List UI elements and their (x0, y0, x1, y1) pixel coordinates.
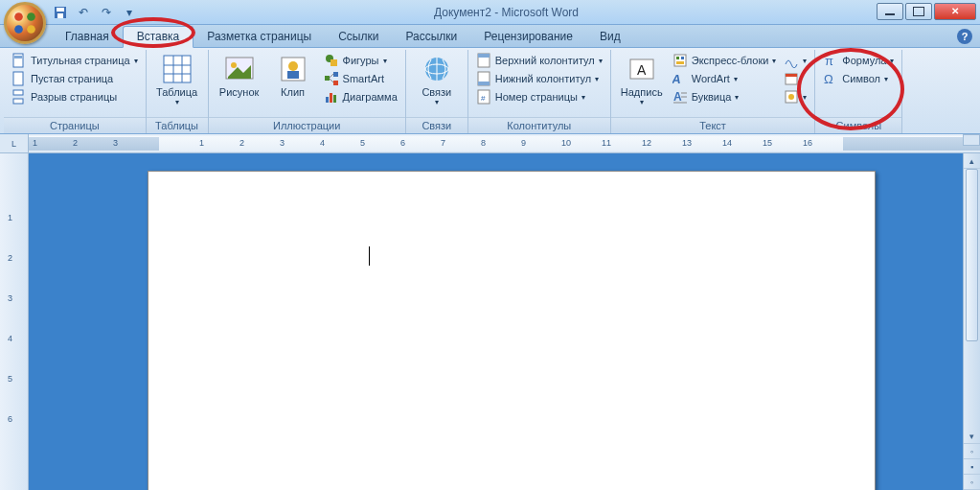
svg-rect-31 (333, 95, 336, 103)
svg-rect-44 (676, 57, 679, 59)
document-page[interactable] (148, 171, 876, 490)
undo-icon[interactable]: ↶ (75, 4, 92, 21)
symbol-button[interactable]: ΩСимвол (821, 70, 896, 87)
svg-point-18 (231, 62, 237, 68)
page-number-icon: # (476, 89, 491, 105)
redo-icon[interactable]: ↷ (98, 4, 115, 21)
blank-page-icon (11, 71, 27, 86)
chart-label: Диаграмма (343, 91, 398, 103)
quick-parts-button[interactable]: Экспресс-блоки (671, 52, 779, 69)
scroll-track[interactable] (964, 169, 980, 429)
svg-rect-11 (13, 99, 23, 104)
tab-references[interactable]: Ссылки (325, 27, 392, 47)
textbox-icon: A (627, 54, 657, 84)
group-tables: Таблица Таблицы (147, 50, 209, 133)
svg-rect-26 (333, 81, 338, 85)
svg-rect-43 (674, 55, 686, 66)
table-button[interactable]: Таблица (152, 52, 202, 117)
view-ruler-toggle[interactable] (963, 134, 980, 146)
group-hf-label: Колонтитулы (468, 117, 610, 133)
clipart-button[interactable]: Клип (268, 52, 318, 117)
group-illustrations-label: Иллюстрации (209, 117, 405, 133)
group-pages: Титульная страница Пустая страница Разры… (4, 50, 147, 133)
group-links-label: Связи (406, 117, 467, 133)
svg-rect-36 (478, 54, 490, 58)
browse-object-button[interactable]: ▪ (964, 459, 980, 475)
page-number-label: Номер страницы (495, 91, 578, 103)
object-button[interactable] (782, 88, 809, 105)
tab-insert[interactable]: Вставка (123, 26, 194, 48)
picture-button[interactable]: Рисунок (215, 52, 264, 117)
table-icon (162, 54, 193, 84)
tab-view[interactable]: Вид (586, 27, 634, 47)
cover-page-label: Титульная страница (31, 55, 130, 66)
maximize-button[interactable] (905, 3, 932, 20)
tab-mailings[interactable]: Рассылки (392, 27, 470, 47)
quick-parts-label: Экспресс-блоки (692, 55, 769, 66)
wordart-button[interactable]: AWordArt (671, 70, 779, 87)
quick-parts-icon (672, 53, 688, 68)
tab-home[interactable]: Главная (52, 27, 123, 47)
smartart-button[interactable]: SmartArt (322, 70, 399, 87)
page-break-icon (11, 89, 27, 105)
svg-text:A: A (673, 90, 682, 104)
svg-point-2 (14, 25, 23, 34)
help-icon[interactable]: ? (957, 29, 972, 44)
object-icon (784, 89, 799, 105)
ribbon: Титульная страница Пустая страница Разры… (0, 48, 980, 134)
dropcap-icon: A (672, 89, 688, 105)
prev-page-button[interactable]: ◦ (964, 444, 980, 459)
signature-icon (784, 53, 799, 68)
svg-text:A: A (637, 62, 647, 78)
minimize-button[interactable] (877, 3, 903, 20)
clipart-label: Клип (281, 86, 305, 98)
svg-rect-46 (676, 61, 684, 64)
svg-rect-45 (681, 57, 684, 59)
scroll-down-button[interactable]: ▾ (964, 429, 980, 444)
scroll-thumb[interactable] (966, 169, 978, 341)
svg-rect-30 (330, 93, 332, 103)
svg-rect-25 (333, 72, 338, 77)
footer-icon (476, 71, 491, 86)
close-button[interactable] (934, 3, 976, 20)
omega-icon: Ω (823, 71, 838, 86)
header-button[interactable]: Верхний колонтитул (474, 52, 604, 69)
svg-rect-53 (786, 74, 797, 77)
equation-button[interactable]: πФормула (821, 52, 896, 69)
datetime-button[interactable] (782, 70, 809, 87)
dropcap-button[interactable]: AБуквица (671, 88, 779, 105)
qat-customize-icon[interactable]: ▾ (121, 4, 138, 21)
page-viewport[interactable] (29, 153, 963, 490)
save-icon[interactable] (52, 4, 69, 21)
tab-selector[interactable]: L (0, 134, 29, 152)
quick-access-toolbar: ↶ ↷ ▾ (52, 4, 138, 21)
chart-button[interactable]: Диаграмма (322, 88, 399, 105)
horizontal-ruler[interactable]: L 3211234567891011121314151617 (0, 134, 980, 153)
group-text: AНадпись Экспресс-блоки AWordArt AБуквиц… (611, 50, 816, 133)
svg-rect-24 (325, 76, 330, 81)
tab-review[interactable]: Рецензирование (470, 27, 586, 47)
textbox-button[interactable]: AНадпись (617, 52, 667, 117)
page-number-button[interactable]: #Номер страницы (474, 88, 604, 105)
shapes-button[interactable]: Фигуры (322, 52, 399, 69)
vertical-ruler[interactable]: 123456 (0, 153, 29, 490)
svg-line-27 (330, 74, 333, 78)
tab-page-layout[interactable]: Разметка страницы (194, 27, 325, 47)
links-button[interactable]: Связи (412, 52, 462, 117)
next-page-button[interactable]: ◦ (964, 475, 980, 490)
office-button[interactable] (4, 2, 46, 44)
group-text-label: Текст (611, 117, 815, 133)
signature-button[interactable] (782, 52, 809, 69)
cover-page-button[interactable]: Титульная страница (10, 52, 140, 69)
page-break-button[interactable]: Разрыв страницы (10, 88, 140, 105)
svg-text:Ω: Ω (824, 72, 833, 86)
page-break-label: Разрыв страницы (31, 91, 117, 103)
svg-text:#: # (481, 94, 486, 103)
table-label: Таблица (156, 86, 197, 98)
scroll-up-button[interactable]: ▴ (964, 153, 980, 169)
blank-page-button[interactable]: Пустая страница (10, 70, 140, 87)
vertical-scrollbar[interactable]: ▴ ▾ ◦ ▪ ◦ (963, 153, 980, 490)
equation-label: Формула (842, 55, 886, 66)
svg-rect-29 (326, 97, 329, 103)
footer-button[interactable]: Нижний колонтитул (474, 70, 604, 87)
